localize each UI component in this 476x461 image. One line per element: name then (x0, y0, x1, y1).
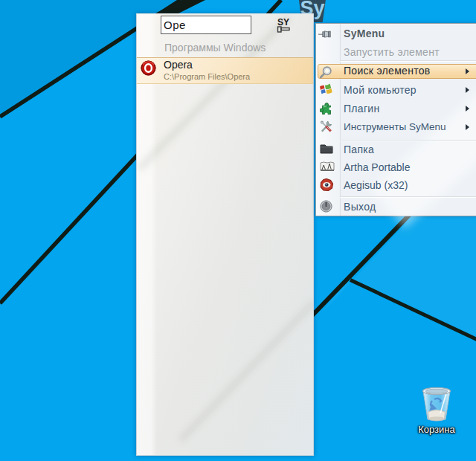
svg-text:SY: SY (277, 17, 289, 28)
